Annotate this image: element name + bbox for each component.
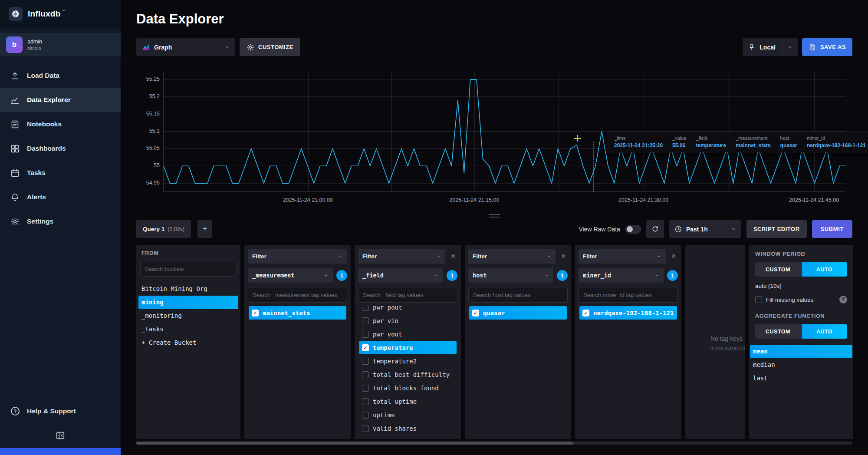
aggregate-function-item[interactable]: mean	[750, 345, 852, 358]
bucket-item[interactable]: mining	[138, 296, 238, 309]
tag-key-dropdown[interactable]: host	[468, 268, 553, 283]
visualization-type-dropdown[interactable]: Graph	[136, 38, 235, 56]
tag-key-dropdown[interactable]: _field	[358, 268, 443, 283]
scrollbar-thumb[interactable]	[136, 442, 573, 445]
checkbox[interactable]	[362, 317, 369, 324]
tooltip-value: quasar	[780, 142, 797, 148]
checkbox[interactable]	[362, 398, 369, 405]
influxdb-logo-icon	[9, 7, 23, 21]
checked-checkbox[interactable]: ✓	[582, 310, 589, 317]
tag-value-item[interactable]: ✓nerdqaxe-192-168-1-121	[579, 306, 677, 320]
aggregate-custom-button[interactable]: CUSTOM	[755, 324, 801, 339]
tag-value-item[interactable]: uptime	[359, 408, 457, 422]
query-bar: Query 1 (0.02s) + View Raw Data Past 1h	[136, 220, 852, 238]
time-range-dropdown[interactable]: Past 1h	[669, 220, 741, 238]
fill-missing-values-checkbox[interactable]	[755, 296, 762, 303]
sidebar-item-notebooks[interactable]: Notebooks	[0, 112, 121, 136]
tab-query-1[interactable]: Query 1 (0.02s)	[136, 220, 191, 238]
tooltip-column-header: _time	[614, 135, 663, 141]
checkbox[interactable]	[362, 358, 369, 365]
tag-value-item[interactable]: total_best_difficulty	[359, 368, 457, 381]
local-label: Local	[760, 44, 776, 51]
tag-value-item[interactable]: total_uptime	[359, 395, 457, 408]
bucket-item[interactable]: _tasks	[138, 323, 238, 336]
sidebar-item-help-support[interactable]: ? Help & Support	[0, 399, 121, 423]
sidebar: influxdb™ b admin bitcoin Load DataData …	[0, 0, 121, 455]
remove-filter-icon[interactable]: ✕	[669, 253, 678, 260]
customize-button[interactable]: CUSTOMIZE	[240, 38, 300, 56]
tag-value-item[interactable]: ✓quasar	[469, 306, 567, 320]
tag-key-dropdown[interactable]: _measurement	[248, 268, 333, 283]
checkbox[interactable]	[362, 425, 369, 432]
tag-value-search-input[interactable]	[358, 287, 457, 303]
checkbox[interactable]	[362, 331, 369, 338]
tag-value-item[interactable]: pwr_vout	[359, 327, 457, 341]
filter-function-dropdown[interactable]: Filter	[248, 249, 347, 264]
tooltip-value: nerdqaxe-192-168-1-121	[807, 142, 866, 148]
save-as-button[interactable]: SAVE AS	[802, 38, 852, 56]
tag-key-dropdown[interactable]: miner_id	[579, 268, 664, 283]
influxdb-logo[interactable]: influxdb™	[0, 0, 121, 28]
help-icon[interactable]: ?	[839, 296, 847, 303]
tag-value-item[interactable]: ✓mainnet_stats	[249, 306, 346, 320]
checkbox[interactable]	[362, 412, 369, 419]
checked-checkbox[interactable]: ✓	[472, 310, 479, 317]
view-raw-data-toggle[interactable]	[625, 225, 641, 234]
collapse-sidebar-icon[interactable]	[56, 431, 65, 440]
tag-value-search-input[interactable]	[468, 287, 568, 303]
tooltip-column-header: miner_id	[807, 135, 866, 141]
tag-value-item[interactable]: valid_shares	[359, 422, 457, 435]
tag-value-item[interactable]: total_blocks_found	[359, 381, 457, 395]
sidebar-item-label: Tasks	[27, 169, 46, 177]
bucket-item[interactable]: Bitcoin Mining Org	[138, 282, 238, 296]
sidebar-item-tasks[interactable]: Tasks	[0, 161, 121, 185]
aggregate-function-item[interactable]: median	[750, 358, 852, 372]
sidebar-item-dashboards[interactable]: Dashboards	[0, 136, 121, 161]
avatar: b	[6, 36, 23, 53]
bucket-search-input[interactable]	[140, 261, 237, 277]
filter-function-dropdown[interactable]: Filter	[579, 249, 666, 264]
sidebar-item-settings[interactable]: Settings	[0, 209, 121, 234]
remove-filter-icon[interactable]: ✕	[559, 253, 568, 260]
filter-card-miner_id: Filter ✕ miner_id 1 ✓nerdqaxe-192-168-1-…	[575, 245, 681, 439]
tag-value-list: pwr_poutpwr_vinpwr_vout✓temperaturetempe…	[358, 306, 457, 439]
tag-value-item[interactable]: pwr_pout	[359, 306, 457, 314]
sidebar-nav: Load DataData ExplorerNotebooksDashboard…	[0, 63, 121, 234]
checkbox[interactable]	[362, 371, 369, 378]
sidebar-item-data-explorer[interactable]: Data Explorer	[0, 88, 121, 112]
checked-checkbox[interactable]: ✓	[252, 310, 259, 317]
filter-function-dropdown[interactable]: Filter	[468, 249, 556, 264]
logo-text: influxdb	[28, 9, 60, 18]
chart-panel: 54.955555.0555.155.1555.255.25 2025-11-2…	[136, 66, 852, 213]
sidebar-item-load-data[interactable]: Load Data	[0, 63, 121, 88]
add-query-button[interactable]: +	[197, 220, 212, 238]
checkbox[interactable]	[362, 306, 369, 311]
script-editor-button[interactable]: SCRIPT EDITOR	[746, 220, 807, 238]
tag-value-item[interactable]: ✓temperature	[359, 341, 457, 354]
notebook-icon	[10, 120, 20, 129]
aggregate-auto-button[interactable]: AUTO	[802, 324, 847, 339]
local-dropdown[interactable]: Local	[743, 38, 798, 56]
window-auto-button[interactable]: AUTO	[802, 262, 847, 277]
resize-handle[interactable]	[489, 214, 500, 218]
tag-value-item[interactable]: temperature2	[359, 354, 457, 368]
selected-count-badge: 1	[336, 270, 347, 281]
aggregate-function-item[interactable]: last	[750, 372, 852, 385]
sidebar-item-label: Help & Support	[27, 407, 76, 415]
checked-checkbox[interactable]: ✓	[362, 344, 369, 351]
checkbox[interactable]	[362, 385, 369, 392]
user-menu[interactable]: b admin bitcoin	[0, 33, 121, 56]
tag-value-search-input[interactable]	[579, 287, 678, 303]
refresh-button[interactable]	[646, 220, 664, 238]
filter-function-dropdown[interactable]: Filter	[358, 249, 445, 264]
submit-button[interactable]: SUBMIT	[812, 220, 852, 238]
tag-value-search-input[interactable]	[248, 287, 347, 303]
time-range-label: Past 1h	[686, 226, 708, 233]
remove-filter-icon[interactable]: ✕	[449, 253, 457, 260]
sidebar-item-alerts[interactable]: Alerts	[0, 185, 121, 209]
bucket-item[interactable]: _monitoring	[138, 309, 238, 323]
bucket-item[interactable]: + Create Bucket	[138, 336, 238, 349]
main-content: Data Explorer Graph CUSTOMIZE	[121, 0, 868, 455]
tag-value-item[interactable]: pwr_vin	[359, 314, 457, 327]
window-custom-button[interactable]: CUSTOM	[755, 262, 801, 277]
